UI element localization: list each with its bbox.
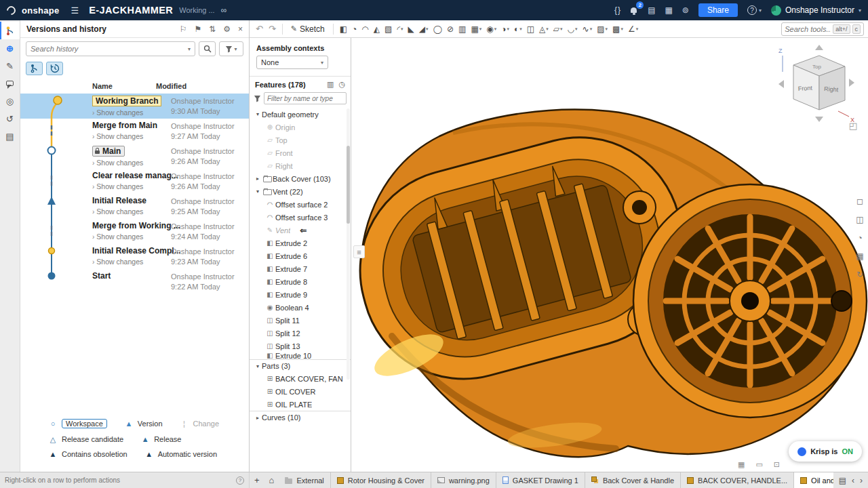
capture-icon[interactable]: ▦ [738,460,745,469]
curve-tool-button[interactable]: ∿▾ [580,23,595,35]
document-tab[interactable]: Back Cover & Handle [585,472,681,488]
section-view-icon[interactable]: ◫ [854,214,866,226]
version-row[interactable]: Initial Release Compl...›Show changesOns… [20,244,249,269]
rotate-down-arrow[interactable] [815,117,823,122]
properties-icon[interactable]: ▤ [0,127,20,145]
undo-icon[interactable]: ↶ [254,24,265,34]
apps-grid-icon[interactable]: ▦ [665,5,672,15]
boolean-tool-button[interactable]: ◐▾ [512,23,524,35]
feature-item[interactable]: Extrude 8 [250,275,351,288]
document-tab[interactable]: Oil and Back Cover [794,472,833,488]
view-cube-home-icon[interactable]: ◰ [849,121,857,131]
tabs-scroll-right[interactable]: › [858,476,865,485]
chevron-down-icon[interactable]: ▾ [254,188,262,195]
feature-item[interactable]: Offset surface 2 [250,198,351,211]
show-changes-link[interactable]: ›Show changes [92,232,180,241]
share-link-icon[interactable]: ∞ [221,5,227,15]
feature-item[interactable]: Boolean 4 [250,301,351,314]
rib-tool-button[interactable]: ▥ [456,23,468,35]
redo-icon[interactable]: ↷ [267,24,278,34]
show-changes-link[interactable]: ›Show changes [92,207,146,216]
zoom-fit-icon[interactable]: ◻ [854,195,866,207]
feature-item[interactable]: OIL PLATE [250,398,351,411]
rotate-left-arrow[interactable] [778,80,784,88]
filter-button[interactable]: ▾ [219,41,243,56]
features-scrollbar[interactable] [347,108,350,380]
feature-item[interactable]: Top [250,134,351,146]
sheet-metal-tool-button[interactable]: ▨▾ [595,23,610,35]
draft-tool-button[interactable]: ◢▾ [417,23,431,35]
version-row[interactable]: Merge from Main›Show changesOnshape Inst… [20,119,249,144]
rotate-right-arrow[interactable] [849,79,854,87]
tabs-scroll-left[interactable]: ‹ [850,476,856,485]
help-menu[interactable]: ? ▾ [747,5,762,15]
follow-mode-icon[interactable]: ◎ [0,92,20,110]
feature-item[interactable]: Vent⇐ [250,224,351,237]
learning-center-icon[interactable]: ⊚ [682,5,689,15]
shell-tool-button[interactable]: ◯ [431,23,444,35]
filter-icon[interactable] [254,95,261,102]
feature-item[interactable]: ▾Parts (3) [250,359,351,372]
view-cube[interactable]: Top Front Right Z X [768,42,857,131]
fillet-tool-button[interactable]: ◜▾ [395,23,405,35]
chevron-right-icon[interactable]: ▸ [254,415,262,421]
history-icon[interactable]: ↺ [0,110,20,127]
show-changes-link[interactable]: ›Show changes [92,182,178,190]
comments-icon[interactable] [0,75,20,92]
feature-history-icon[interactable]: ◷ [338,80,345,89]
hole-tool-button[interactable]: ⊘ [445,23,456,35]
show-changes-link[interactable]: ›Show changes [92,159,143,167]
release-notes-icon[interactable]: ▤ [648,5,655,15]
search-tools-box[interactable]: alt+/ c [781,22,864,36]
tab-overflow-icon[interactable]: ▤ [837,476,848,485]
show-changes-link[interactable]: ›Show changes [92,108,161,117]
linear-pattern-tool-button[interactable]: ▦▾ [469,23,484,35]
thicken-tool-button[interactable]: ▧ [382,23,394,35]
krisp-widget[interactable]: Krisp is ON [789,441,862,462]
plane-tool-button[interactable]: ▱▾ [551,23,565,35]
history-search-input[interactable] [31,45,188,53]
feature-item[interactable]: Extrude 9 [250,288,351,301]
extrude-tool-button[interactable]: ◧ [338,23,349,35]
compare-icon[interactable]: ⇅ [209,24,216,34]
feature-list-flyout-handle[interactable]: ≡ [353,245,365,258]
mirror-tool-button[interactable]: ◑▾ [499,23,511,35]
account-menu[interactable]: Onshape Instructor ▾ [771,5,861,16]
feature-item[interactable]: Front [250,146,351,159]
feature-item[interactable]: BACK COVER, FAN [250,372,351,385]
create-branch-icon[interactable]: ⚐ [180,24,187,34]
feature-item[interactable]: ▾Default geometry [250,108,351,121]
show-changes-link[interactable]: ›Show changes [92,132,157,140]
feature-item[interactable]: Offset surface 3 [250,211,351,224]
split-tool-button[interactable]: ◫ [525,23,536,35]
sweep-tool-button[interactable]: ◠ [359,23,370,35]
refresh-icon[interactable]: ↻ [854,268,866,281]
document-tab[interactable]: GASKET Drawing 1 [496,472,585,488]
graph-view-toggle[interactable] [26,62,43,75]
close-icon[interactable]: × [238,24,243,34]
main-menu-icon[interactable]: ☰ [71,5,79,16]
feature-item[interactable]: Origin [250,121,351,134]
feature-filter-input[interactable] [264,92,347,104]
markup-icon[interactable]: ✎ [0,57,20,75]
feature-item[interactable]: Split 12 [250,327,351,340]
version-row[interactable]: StartOnshape Instructor9:22 AM Today [20,269,249,294]
show-changes-link[interactable]: ›Show changes [92,258,181,266]
feature-item[interactable]: ▾Vent (22) [250,185,351,198]
create-version-icon[interactable]: ⚑ [194,24,201,34]
layout-icon[interactable]: ▭ [755,460,762,469]
notifications-button[interactable]: 2 [630,6,638,14]
insert-icon[interactable]: ⊕ [0,39,20,57]
expand-icon[interactable]: ⊡ [774,460,780,469]
surface-tool-button[interactable]: ◡▾ [566,23,580,35]
rollback-arrow-icon[interactable]: ⇐ [300,226,307,235]
isolate-icon[interactable]: ◔ [854,232,866,244]
versions-history-icon[interactable] [0,22,20,39]
new-tab-button[interactable]: + [250,475,264,485]
feature-item[interactable]: ▸Back Cover (103) [250,172,351,185]
feature-item[interactable]: Extrude 6 [250,249,351,262]
sketch-button[interactable]: ✎ Sketch [287,23,329,35]
view-cube-front-label[interactable]: Front [797,85,812,92]
settings-icon[interactable]: ⚙ [223,24,231,34]
tab-manager-icon[interactable]: ⌂ [264,475,279,485]
